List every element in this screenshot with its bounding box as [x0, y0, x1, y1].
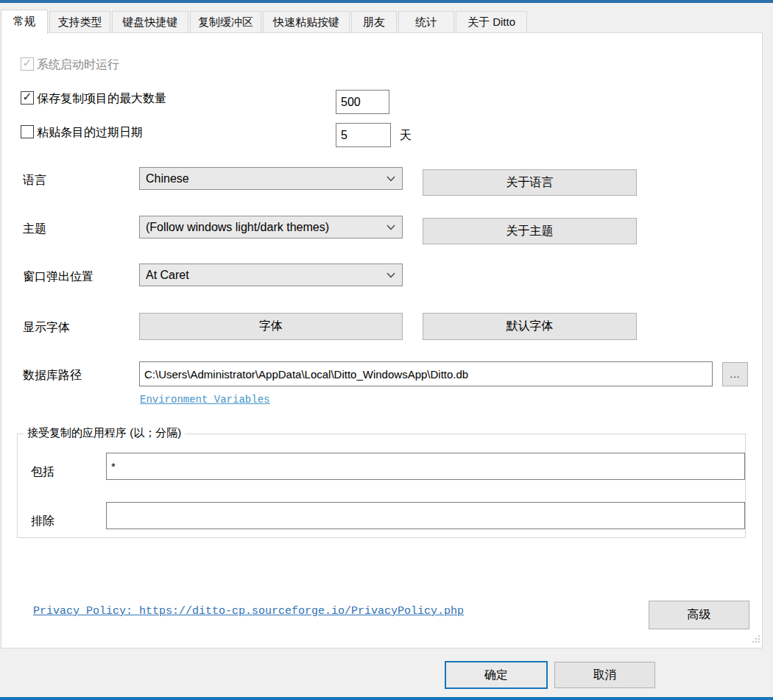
expire-entries-label[interactable]: 粘贴条目的过期日期: [37, 125, 143, 141]
general-tab-panel: ✓ 系统启动时运行 ✓ 保存复制项目的最大数量 ✓ 粘贴条目的过期日期 天 语言…: [1, 32, 763, 648]
cancel-button[interactable]: 取消: [554, 662, 655, 688]
tab-about-ditto[interactable]: 关于 Ditto: [456, 11, 527, 32]
chevron-down-icon: [380, 176, 402, 182]
privacy-policy-link[interactable]: Privacy Policy: https://ditto-cp.sourcef…: [33, 605, 464, 618]
tab-copy-buffers[interactable]: 复制缓冲区: [190, 11, 261, 32]
window-bottom-border: [0, 697, 773, 700]
exclude-apps-label: 排除: [31, 514, 54, 529]
options-tab-strip: 常规 支持类型 键盘快捷键 复制缓冲区 快速粘贴按键 朋友 统计 关于 Ditt…: [1, 10, 529, 32]
popup-position-selected-value: At Caret: [146, 269, 380, 282]
max-copies-label[interactable]: 保存复制项目的最大数量: [37, 91, 166, 107]
tab-general[interactable]: 常规: [1, 10, 48, 34]
ok-button[interactable]: 确定: [445, 661, 548, 689]
include-apps-input[interactable]: [106, 453, 745, 480]
advanced-button[interactable]: 高级: [649, 601, 749, 629]
about-theme-button[interactable]: 关于主题: [423, 218, 637, 244]
environment-variables-link[interactable]: Environment Variables: [140, 394, 269, 406]
language-select[interactable]: Chinese: [139, 167, 403, 190]
browse-database-button[interactable]: ...: [722, 362, 748, 386]
expire-days-unit-label: 天: [400, 128, 412, 144]
max-copies-input[interactable]: [336, 90, 389, 114]
tab-friends[interactable]: 朋友: [351, 11, 397, 32]
run-on-startup-checkbox: ✓: [21, 57, 34, 71]
check-icon: ✓: [22, 91, 32, 103]
font-button[interactable]: 字体: [139, 313, 403, 340]
accepted-apps-group-title: 接受复制的应用程序 (以；分隔): [24, 426, 185, 440]
tab-quick-paste-keys[interactable]: 快速粘贴按键: [263, 11, 350, 32]
run-on-startup-label: 系统启动时运行: [37, 57, 119, 73]
popup-position-select[interactable]: At Caret: [139, 264, 403, 286]
expire-entries-checkbox[interactable]: ✓: [21, 125, 34, 138]
chevron-down-icon: [380, 272, 402, 278]
exclude-apps-input[interactable]: [106, 502, 745, 529]
about-language-button[interactable]: 关于语言: [423, 169, 637, 196]
include-apps-label: 包括: [31, 464, 54, 480]
popup-position-label: 窗口弹出位置: [23, 269, 93, 285]
check-icon: ✓: [22, 57, 32, 69]
default-font-button[interactable]: 默认字体: [423, 313, 637, 340]
theme-label: 主题: [23, 222, 46, 237]
theme-select[interactable]: (Follow windows light/dark themes): [139, 216, 403, 238]
max-copies-checkbox[interactable]: ✓: [21, 91, 34, 105]
resize-grip-icon[interactable]: [752, 633, 760, 646]
tab-stats[interactable]: 统计: [398, 11, 454, 32]
database-path-label: 数据库路径: [23, 368, 82, 383]
language-label: 语言: [23, 173, 46, 188]
theme-selected-value: (Follow windows light/dark themes): [146, 221, 380, 234]
database-path-input[interactable]: [139, 361, 713, 386]
tab-keyboard-shortcuts[interactable]: 键盘快捷键: [112, 11, 188, 32]
expire-days-input[interactable]: [336, 123, 391, 147]
window-top-border: [0, 0, 773, 3]
language-selected-value: Chinese: [146, 172, 380, 185]
tab-supported-types[interactable]: 支持类型: [49, 11, 110, 32]
ditto-options-dialog: 常规 支持类型 键盘快捷键 复制缓冲区 快速粘贴按键 朋友 统计 关于 Ditt…: [0, 0, 773, 700]
chevron-down-icon: [380, 225, 402, 230]
display-font-label: 显示字体: [23, 320, 70, 336]
accepted-apps-group: 接受复制的应用程序 (以；分隔) 包括 排除: [17, 434, 746, 538]
